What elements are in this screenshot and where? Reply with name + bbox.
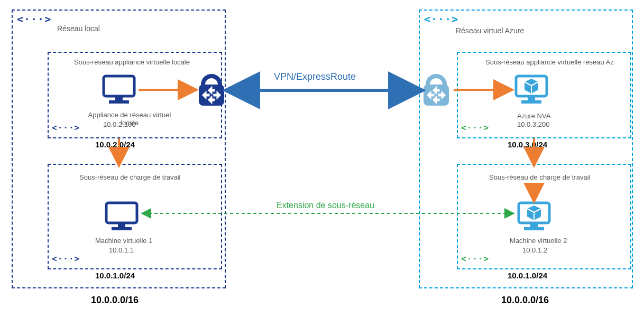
onprem-workload-subnet-title: Sous-réseau de charge de travail [79,173,181,181]
azure-nva-cidr: 10.0.3.0/24 [508,140,547,149]
onprem-workload-cidr: 10.0.1.0/24 [95,271,135,280]
onprem-vm1-ip: 10.0.1.1 [109,246,134,254]
svg-rect-8 [521,100,541,104]
svg-rect-5 [112,227,132,230]
azure-workload-subnet-title: Sous-réseau de charge de travail [489,173,591,181]
gateway-lock-icon [196,74,227,109]
svg-rect-13 [524,227,544,230]
monitor-icon [100,74,137,106]
azure-nva-device-ip: 10.0.3.200 [517,120,549,128]
onprem-vm1-label: Machine virtuelle 1 [95,237,152,245]
bracket-icon: <···> [52,123,80,133]
monitor-icon [103,201,140,232]
azure-workload-cidr: 10.0.1.0/24 [508,271,547,280]
onprem-nva-subnet-title: Sous-réseau appliance virtuelle locale [74,58,190,66]
bracket-icon: <···> [17,13,51,25]
bracket-icon: <···> [461,254,489,264]
bracket-icon: <···> [52,254,80,264]
gateway-lock-icon [420,74,452,109]
azure-vm2-ip: 10.0.1.2 [522,246,547,254]
onprem-nva-device-ip: 10.0.2.100 [103,120,135,128]
cube-monitor-icon [513,74,550,106]
azure-vm2-label: Machine virtuelle 2 [510,237,567,245]
svg-rect-1 [115,96,123,100]
onprem-nva-cidr: 10.0.2.0/24 [95,140,135,149]
azure-address-space: 10.0.0.0/16 [501,295,549,306]
svg-rect-0 [104,76,134,96]
bracket-icon: <···> [424,13,458,25]
azure-nva-device-label: Azure NVA [517,112,550,120]
svg-rect-7 [528,96,535,100]
svg-rect-3 [106,203,137,223]
svg-rect-4 [118,223,125,227]
azure-nva-subnet-title: Sous-réseau appliance virtuelle réseau A… [485,58,614,66]
vpn-connection-label: VPN/ExpressRoute [274,71,356,82]
onprem-title: Réseau local [57,24,100,33]
svg-rect-12 [530,223,538,227]
subnet-extension-label: Extension de sous-réseau [277,201,374,210]
cube-monitor-icon [516,201,553,232]
azure-title: Réseau virtuel Azure [456,26,524,35]
bracket-icon: <···> [461,123,489,133]
svg-rect-2 [109,100,129,104]
onprem-address-space: 10.0.0.0/16 [91,295,139,306]
